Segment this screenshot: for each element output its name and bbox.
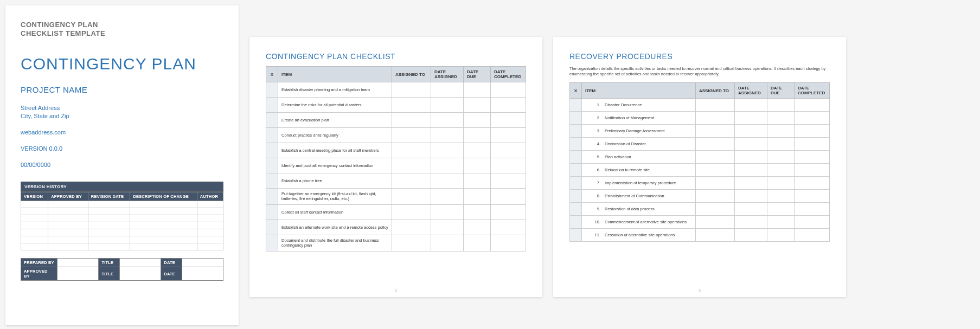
- checkbox-cell[interactable]: [570, 99, 582, 112]
- date-due-cell: [464, 189, 491, 205]
- checkbox-cell[interactable]: [266, 235, 278, 251]
- table-row: 4.Declaration of Disaster: [570, 138, 830, 151]
- page-number: 3: [699, 289, 701, 293]
- date-completed-cell: [491, 173, 526, 189]
- assigned-cell: [392, 82, 431, 98]
- assigned-cell: [392, 204, 431, 220]
- date-assigned-cell: [735, 125, 767, 138]
- col-date-assigned: DATE ASSIGNED: [735, 83, 767, 99]
- checkbox-cell[interactable]: [266, 189, 278, 205]
- date-completed-cell: [795, 151, 830, 164]
- item-cell: 5.Plan activation: [582, 151, 696, 164]
- assigned-cell: [392, 98, 431, 113]
- date-completed-cell: [491, 189, 526, 205]
- assigned-cell: [696, 203, 735, 216]
- checkbox-cell[interactable]: [570, 216, 582, 229]
- col-assigned: ASSIGNED TO: [392, 67, 431, 82]
- sig-date-value: [182, 267, 223, 281]
- item-cell: Identify and post all emergency contact …: [278, 158, 392, 173]
- col-date-completed: DATE COMPLETED: [795, 83, 830, 99]
- date-due-cell: [767, 229, 795, 242]
- checkbox-cell[interactable]: [570, 229, 582, 242]
- date-due-cell: [767, 177, 795, 190]
- checkbox-cell[interactable]: [570, 164, 582, 177]
- signature-row: PREPARED BYTITLEDATE: [21, 259, 223, 267]
- checkbox-cell[interactable]: [570, 138, 582, 151]
- item-cell: 9.Restoration of data process: [582, 203, 696, 216]
- date-completed-cell: [795, 112, 830, 125]
- date-completed-cell: [795, 164, 830, 177]
- date-due-cell: [464, 98, 491, 113]
- sig-label: PREPARED BY: [21, 259, 57, 267]
- item-cell: Put together an emergency kit (first-aid…: [278, 189, 392, 205]
- web-address: webaddress.com: [21, 128, 223, 137]
- checkbox-cell[interactable]: [570, 177, 582, 190]
- page-cover: CONTINGENCY PLAN CHECKLIST TEMPLATE CONT…: [5, 5, 239, 325]
- checkbox-cell[interactable]: [570, 112, 582, 125]
- table-row: [21, 243, 223, 250]
- checkbox-cell[interactable]: [266, 143, 278, 158]
- assigned-cell: [392, 158, 431, 173]
- item-cell: Conduct practice drills regularly: [278, 128, 392, 143]
- item-cell: 11.Cessation of alternative site operati…: [582, 229, 696, 242]
- doc-title: CONTINGENCY PLAN: [21, 55, 223, 73]
- date-due-cell: [767, 190, 795, 203]
- date-due-cell: [464, 220, 491, 235]
- date-assigned-cell: [431, 235, 464, 251]
- table-row: Document and distribute the full disaste…: [266, 235, 526, 251]
- table-row: 10.Commencement of alternative site oper…: [570, 216, 830, 229]
- date-due-cell: [767, 112, 795, 125]
- recovery-desc: The organization details the specific ac…: [569, 66, 830, 77]
- table-row: Establish a central meeting place for al…: [266, 143, 526, 158]
- table-row: [21, 229, 223, 236]
- item-cell: 6.Relocation to remote site: [582, 164, 696, 177]
- date-due-cell: [464, 235, 491, 251]
- date-completed-cell: [491, 204, 526, 220]
- assigned-cell: [696, 138, 735, 151]
- doc-label-line1: CONTINGENCY PLAN: [21, 21, 223, 29]
- assigned-cell: [392, 113, 431, 128]
- checkbox-cell[interactable]: [266, 113, 278, 128]
- date-assigned-cell: [431, 220, 464, 235]
- date-assigned-cell: [431, 128, 464, 143]
- project-name: PROJECT NAME: [21, 85, 223, 94]
- date-completed-cell: [491, 113, 526, 128]
- date-assigned-cell: [431, 173, 464, 189]
- col-x: X: [570, 83, 582, 99]
- checkbox-cell[interactable]: [266, 128, 278, 143]
- checkbox-cell[interactable]: [266, 173, 278, 189]
- date-due-cell: [464, 173, 491, 189]
- checkbox-cell[interactable]: [266, 98, 278, 113]
- table-row: 6.Relocation to remote site: [570, 164, 830, 177]
- item-cell: Document and distribute the full disaste…: [278, 235, 392, 251]
- checkbox-cell[interactable]: [570, 151, 582, 164]
- date-due-cell: [767, 138, 795, 151]
- assigned-cell: [696, 229, 735, 242]
- table-row: [21, 236, 223, 243]
- date-assigned-cell: [735, 177, 767, 190]
- sig-title-value: [120, 259, 161, 267]
- sig-date-value: [182, 259, 223, 267]
- checkbox-cell[interactable]: [570, 190, 582, 203]
- table-row: Identify and post all emergency contact …: [266, 158, 526, 173]
- assigned-cell: [392, 143, 431, 158]
- item-cell: Establish a phone tree: [278, 173, 392, 189]
- table-row: 9.Restoration of data process: [570, 203, 830, 216]
- checklist-title: CONTINGENCY PLAN CHECKLIST: [266, 52, 526, 61]
- recovery-title: RECOVERY PROCEDURES: [569, 52, 830, 61]
- page-number: 2: [395, 289, 397, 293]
- checkbox-cell[interactable]: [570, 125, 582, 138]
- table-row: [21, 222, 223, 229]
- date-completed-cell: [491, 235, 526, 251]
- checkbox-cell[interactable]: [266, 82, 278, 98]
- date-completed-cell: [491, 158, 526, 173]
- date-due-cell: [767, 99, 795, 112]
- checkbox-cell[interactable]: [266, 158, 278, 173]
- assigned-cell: [696, 112, 735, 125]
- checkbox-cell[interactable]: [266, 220, 278, 235]
- checkbox-cell[interactable]: [266, 204, 278, 220]
- date-completed-cell: [491, 82, 526, 98]
- checkbox-cell[interactable]: [570, 203, 582, 216]
- table-row: Create an evacuation plan: [266, 113, 526, 128]
- date-due-cell: [767, 151, 795, 164]
